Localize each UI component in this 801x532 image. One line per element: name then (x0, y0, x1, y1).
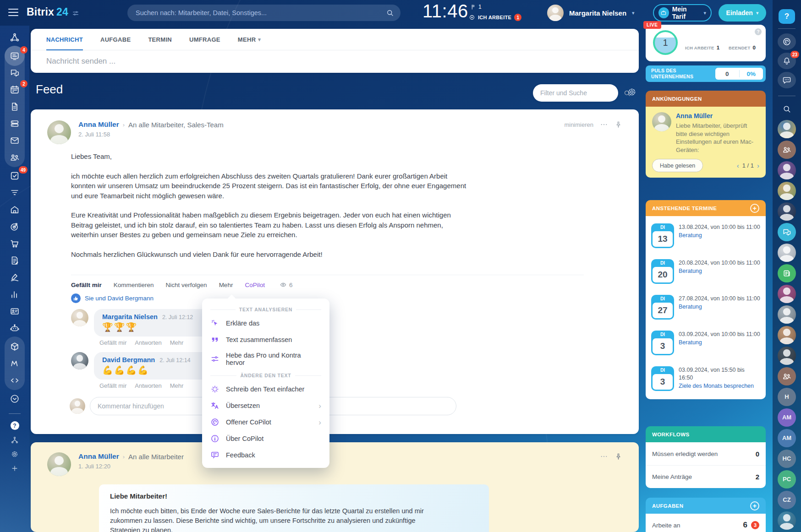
menu-item-info[interactable]: Über CoPilot (202, 430, 329, 447)
global-search[interactable] (127, 5, 400, 21)
tab-nachricht[interactable]: NACHRICHT (46, 29, 83, 50)
workflow-row[interactable]: Meine Anträge2 (646, 465, 766, 488)
add-task-button[interactable]: + (750, 501, 759, 510)
event-title-link[interactable]: Beratung (679, 232, 760, 239)
comment-action-link[interactable]: Antworten (135, 339, 162, 346)
event-row[interactable]: DI2020.08.2024, von 10:00 bis 11:00Berat… (651, 259, 760, 284)
sidebar-item-analytics[interactable] (5, 286, 25, 303)
event-title-link[interactable]: Beratung (679, 267, 760, 275)
add-event-button[interactable]: + (750, 204, 759, 213)
event-title-link[interactable]: Ziele des Monats besprechen (679, 382, 760, 390)
menu-item-copilot[interactable]: Offener CoPilot› (202, 414, 329, 430)
sidebar-item-workgroups[interactable] (5, 149, 25, 166)
pin-icon[interactable] (614, 121, 622, 129)
dock-chat-initials[interactable]: HC (778, 450, 796, 468)
company-pulse-widget[interactable]: PULS DES UNTERNEHMENS 0 0% (646, 65, 766, 82)
user-menu[interactable]: Margarita Nielsen ▾ (547, 5, 635, 21)
liked-by-row[interactable]: Sie und David Bergmann (71, 293, 622, 303)
dock-chat-avatar[interactable] (778, 326, 796, 344)
menu-item-translate[interactable]: Übersetzen› (202, 397, 329, 414)
post-audience[interactable]: An alle Mitarbeiter (128, 453, 184, 461)
help-icon[interactable]: ? (755, 28, 762, 35)
dock-chat-initials[interactable]: PC (778, 470, 796, 489)
workflow-row[interactable]: Müssen erledigt werden0 (646, 442, 766, 465)
menu-item-feedback[interactable]: Feedback (202, 447, 329, 463)
comment-action-link[interactable]: Gefällt mir (99, 382, 126, 389)
dock-messenger-button[interactable] (778, 72, 796, 88)
sidebar-item-mail[interactable] (5, 132, 25, 149)
bitrix24-logo[interactable]: Bitrix 24 (27, 6, 79, 18)
tab-umfrage[interactable]: UMFRAGE (189, 29, 220, 50)
feed-filter[interactable] (533, 84, 618, 102)
dock-chat-initials[interactable]: CZ (778, 491, 796, 509)
message-input[interactable] (46, 57, 596, 66)
sidebar-item-ai-assistant[interactable] (5, 320, 25, 337)
comment-action-link[interactable]: Gefällt mir (99, 339, 126, 346)
event-title-link[interactable]: Beratung (679, 303, 760, 311)
calendar-tile[interactable]: DI3 (651, 366, 674, 391)
post-audience[interactable]: An alle Mitarbeiter, Sales-Team (128, 121, 224, 129)
menu-item-summarize[interactable]: Text zusammenfassen (202, 331, 329, 348)
post-date[interactable]: 1. Juli 12:20 (78, 463, 184, 470)
dock-chat-avatar[interactable] (778, 120, 796, 138)
dock-chat-avatar[interactable] (778, 244, 796, 262)
menu-item-explain[interactable]: Erkläre das (202, 315, 329, 331)
sidebar-item-newsfeed[interactable]: 4 (5, 47, 25, 64)
dock-chat-avatar[interactable] (778, 161, 796, 179)
calendar-tile[interactable]: DI27 (651, 295, 674, 320)
sidebar-item-more[interactable] (5, 390, 25, 407)
announcement-author[interactable]: Anna Müller (676, 112, 757, 119)
tab-mehr[interactable]: MEHR▾ (238, 29, 261, 50)
post-author[interactable]: Anna Müller (78, 120, 119, 129)
menu-item-simplify[interactable]: Schreib den Text einfacher (202, 381, 329, 397)
invite-button[interactable]: Einladen ▾ (719, 4, 766, 22)
dock-search-button[interactable] (778, 101, 796, 117)
event-title-link[interactable]: Beratung (679, 339, 760, 347)
live-work-widget[interactable]: LIVE 1 ICH ARBEITE1BEENDET0 ? (646, 25, 766, 61)
comment-action-link[interactable]: Mehr (170, 339, 184, 346)
dock-chat-avatar[interactable] (778, 511, 796, 530)
work-status[interactable]: ICH ARBEITE 1 (469, 14, 521, 21)
dock-chat-avatar[interactable] (778, 305, 796, 324)
pager-prev-icon[interactable]: ‹ (737, 162, 739, 169)
pin-icon[interactable] (614, 453, 622, 461)
dock-chat-avatar[interactable] (778, 202, 796, 221)
avatar[interactable] (47, 452, 71, 476)
liked-by-text[interactable]: Sie und David Bergmann (85, 295, 154, 302)
post-date[interactable]: 2. Juli 11:58 (78, 131, 224, 138)
task-row[interactable]: Arbeite an63 (646, 514, 766, 532)
sidebar-item-marketing[interactable] (5, 218, 25, 235)
sidebar-item-market[interactable] (5, 355, 25, 372)
pager-next-icon[interactable]: › (757, 162, 759, 169)
composer-message-row[interactable] (31, 50, 639, 72)
dock-notifications-button[interactable]: 23 (778, 53, 796, 69)
sidebar-item-help[interactable]: ? (5, 418, 25, 433)
comment-action-link[interactable]: Antworten (135, 382, 162, 389)
planner-flag[interactable]: 1 (471, 4, 482, 10)
sidebar-item-structure[interactable] (5, 433, 25, 447)
sliders-icon[interactable] (72, 10, 79, 17)
dock-chat-initials[interactable]: AM (778, 408, 796, 427)
dock-help-button[interactable]: ? (779, 9, 795, 24)
like-link[interactable]: Gefällt mir (71, 282, 102, 288)
event-row[interactable]: DI1313.08.2024, von 10:00 bis 11:00Berat… (651, 223, 760, 248)
user-name[interactable]: Margarita Nielsen (569, 9, 626, 17)
sidebar-item-tasks[interactable]: 49 (5, 167, 25, 184)
event-row[interactable]: DI303.09.2024, von 15:50 bis 16:50Ziele … (651, 366, 760, 391)
sidebar-item-shop[interactable] (5, 235, 25, 252)
more-dots-icon[interactable] (600, 452, 608, 461)
sidebar-item-e-signature[interactable] (5, 269, 25, 286)
clock[interactable]: 11:46 (422, 1, 468, 22)
sidebar-item-network[interactable] (5, 29, 25, 46)
sidebar-item-developer[interactable] (5, 372, 25, 389)
dock-chat-avatar[interactable] (778, 285, 796, 303)
avatar[interactable] (652, 112, 671, 131)
avatar[interactable] (47, 120, 71, 144)
comment-link[interactable]: Kommentieren (114, 282, 154, 288)
dock-chat-initials[interactable]: H (778, 388, 796, 406)
avatar[interactable] (547, 5, 564, 21)
calendar-tile[interactable]: DI20 (651, 259, 674, 284)
sidebar-item-contracts[interactable] (5, 252, 25, 269)
dock-chat-avatar[interactable] (778, 347, 796, 365)
dock-news-channel[interactable] (778, 264, 796, 282)
